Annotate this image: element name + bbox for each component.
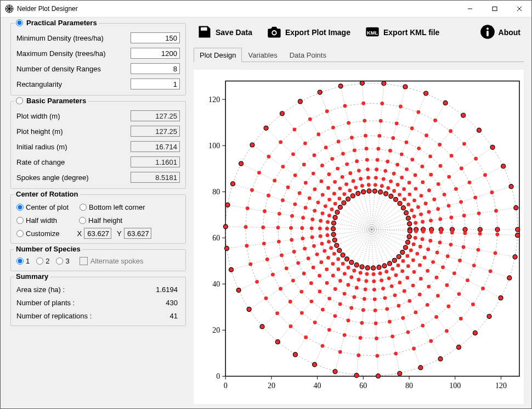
center-plot-option[interactable]: Center of plot [16,203,69,211]
maximize-button[interactable] [482,1,507,17]
svg-point-407 [347,318,350,322]
svg-point-273 [327,198,331,201]
svg-point-174 [400,176,404,180]
svg-point-402 [359,271,363,274]
species-2-option[interactable]: 2 [36,257,49,265]
species-1-radio[interactable] [16,257,24,265]
svg-point-505 [435,251,439,255]
export-kml-button[interactable]: KML Export KML file [365,24,439,41]
svg-point-140 [501,164,506,169]
svg-point-242 [348,189,352,193]
svg-point-286 [298,191,302,195]
minimize-button[interactable] [457,1,482,17]
svg-point-508 [472,264,476,267]
svg-point-231 [356,191,360,195]
svg-point-501 [406,240,410,244]
half-height-option[interactable]: Half height [79,216,122,225]
svg-point-391 [354,263,359,267]
summary-legend: Summary [16,272,48,281]
svg-point-503 [418,245,422,249]
svg-point-496 [441,265,445,269]
svg-text:60: 60 [359,381,367,390]
customize-option[interactable]: Customize [16,229,59,238]
svg-point-366 [309,281,313,285]
half-width-radio[interactable] [16,217,24,224]
species-3-option[interactable]: 3 [56,257,69,265]
basic-mode-radio[interactable] [16,97,23,104]
svg-point-394 [346,283,350,287]
max-density-input[interactable] [131,48,180,59]
svg-point-389 [304,335,308,339]
svg-point-369 [275,311,279,315]
svg-point-368 [288,300,292,304]
svg-point-387 [321,308,325,312]
species-1-option[interactable]: 1 [16,257,30,265]
plot-height-input [131,126,180,137]
svg-text:120: 120 [495,381,507,390]
svg-point-135 [432,198,436,201]
export-image-button[interactable]: Export Plot Image [267,24,350,41]
min-density-input[interactable] [131,32,180,43]
svg-point-216 [365,147,369,150]
center-plot-radio[interactable] [16,204,24,211]
center-y-label: Y [117,229,122,238]
tab-variables[interactable]: Variables [242,48,283,62]
svg-point-258 [303,142,307,145]
svg-point-149 [474,157,478,161]
num-ranges-input[interactable] [131,63,180,74]
svg-point-323 [319,234,322,238]
svg-point-448 [406,330,410,334]
svg-point-156 [429,173,433,177]
svg-point-452 [390,267,394,271]
save-data-button[interactable]: Save Data [197,24,252,41]
half-height-radio[interactable] [79,217,86,224]
bottom-left-radio[interactable] [80,204,87,211]
svg-point-235 [345,163,349,166]
svg-point-183 [389,180,393,183]
svg-point-255 [327,172,331,176]
svg-point-207 [377,134,381,138]
svg-point-498 [466,278,469,282]
alternate-spokes-checkbox[interactable] [80,257,88,265]
bottom-left-option[interactable]: Bottom left corner [80,203,145,211]
tab-data-points[interactable]: Data Points [284,48,332,62]
svg-point-332 [327,240,331,244]
svg-point-350 [236,288,241,293]
summary-group: Summary Area size (ha) :1.6194 Number of… [10,277,186,326]
num-ranges-label: Number of density Ranges [16,65,131,73]
toolbar: Save Data Export Plot Image KML Export K… [193,20,525,44]
svg-point-460 [438,357,443,361]
svg-text:KML: KML [367,30,378,35]
svg-point-268 [291,152,295,156]
tab-plot-design[interactable]: Plot Design [194,48,242,62]
svg-point-126 [447,204,451,208]
species-3-radio[interactable] [56,257,63,265]
svg-point-181 [384,192,388,196]
svg-point-136 [443,193,446,197]
about-button[interactable]: About [480,24,520,41]
close-button[interactable] [507,1,531,17]
svg-point-119 [494,209,498,212]
practical-mode-radio[interactable] [16,19,23,26]
svg-point-280 [250,143,254,147]
window-title: Nelder Plot Designer [17,5,78,13]
svg-point-131 [404,211,409,215]
svg-point-340 [229,267,233,272]
customize-radio[interactable] [16,230,24,237]
spokes-angle-input [131,172,180,183]
svg-point-379 [289,324,293,328]
svg-point-381 [349,260,354,265]
rectangularity-input[interactable] [131,79,180,89]
half-width-option[interactable]: Half width [16,216,57,225]
svg-point-525 [439,231,443,234]
svg-point-222 [360,184,364,188]
svg-text:100: 100 [208,141,220,150]
svg-point-157 [439,164,443,168]
svg-point-358 [279,287,282,291]
svg-point-471 [397,255,401,259]
svg-point-356 [302,272,306,276]
svg-point-377 [309,300,313,304]
svg-point-511 [407,234,411,239]
species-2-radio[interactable] [36,257,43,265]
spokes-angle-label: Spokes angle (degree) [16,173,131,182]
